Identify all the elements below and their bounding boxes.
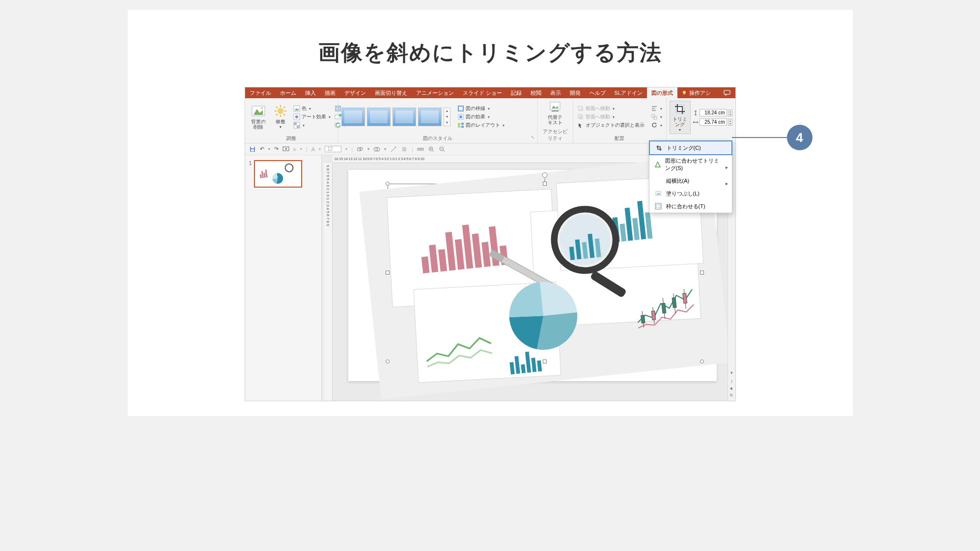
width-field[interactable]: ▴▾	[693, 118, 732, 126]
crop-button[interactable]: トリミング▾	[670, 101, 691, 135]
svg-rect-39	[654, 116, 657, 119]
svg-line-11	[283, 114, 285, 115]
svg-rect-46	[251, 147, 254, 148]
zoom-in-icon[interactable]	[428, 146, 435, 153]
group-button[interactable]	[650, 113, 663, 121]
tab-draw[interactable]: 描画	[320, 87, 340, 98]
fit-icon	[654, 202, 662, 210]
menu-crop[interactable]: トリミング(C)	[649, 140, 732, 155]
width-input[interactable]	[700, 118, 727, 126]
picture-layout-button[interactable]: 図のレイアウト	[456, 121, 505, 129]
selection-list-icon[interactable]	[401, 146, 408, 153]
height-input[interactable]	[700, 109, 727, 116]
style-preset-1[interactable]	[341, 108, 365, 126]
svg-rect-26	[458, 123, 460, 128]
font-color-button[interactable]: A	[311, 146, 315, 152]
shape-merge-icon[interactable]	[373, 146, 380, 153]
tab-insert[interactable]: 挿入	[301, 87, 320, 98]
tell-me-search[interactable]: 操作アシ	[677, 87, 715, 98]
align-button[interactable]	[650, 105, 663, 112]
width-icon	[693, 119, 699, 125]
slide-navigation-icons[interactable]: ⁞♠≡	[728, 376, 735, 401]
selection-pane-button[interactable]: オブジェクトの選択と表示	[576, 121, 648, 129]
svg-rect-32	[578, 106, 582, 110]
bullets-button[interactable]: ≡	[293, 146, 296, 152]
vertical-ruler: 9 8 7 6 5 4 3 2 1 0 1 2 3 4 5 6 7 8 9	[324, 163, 333, 401]
height-spinner[interactable]: ▴▾	[728, 110, 732, 116]
menu-crop-label: トリミング(C)	[667, 144, 701, 152]
eyedropper-icon[interactable]	[390, 146, 397, 153]
menu-fit[interactable]: 枠に合わせる(T)	[649, 200, 732, 213]
slideshow-from-start-icon[interactable]	[282, 146, 289, 153]
svg-rect-19	[297, 125, 300, 128]
resize-handle-tc[interactable]	[543, 182, 547, 186]
svg-rect-27	[461, 123, 464, 125]
comments-button[interactable]	[719, 87, 735, 98]
style-preset-3[interactable]	[392, 108, 416, 126]
tab-sladdins[interactable]: SLアドイン	[610, 87, 647, 98]
resize-handle-ml[interactable]	[386, 271, 390, 275]
picture-border-label: 図の枠線	[466, 105, 485, 112]
font-size-box[interactable]: 12	[325, 146, 341, 152]
alt-text-button[interactable]: 代替テ キスト	[545, 99, 565, 127]
scroll-down-icon[interactable]: ▾	[728, 369, 735, 376]
tab-file[interactable]: ファイル	[245, 87, 276, 98]
send-backward-button[interactable]: 背面へ移動	[576, 113, 648, 121]
menu-crop-to-shape[interactable]: 図形に合わせてトリミング(S)	[649, 155, 732, 174]
tab-review[interactable]: 校閲	[526, 87, 546, 98]
svg-point-25	[459, 115, 462, 118]
style-preset-2[interactable]	[367, 108, 391, 126]
tab-developer[interactable]: 開発	[565, 87, 585, 98]
menu-aspect-ratio[interactable]: 縦横比(A)	[649, 174, 732, 187]
tell-me-label: 操作アシ	[689, 89, 711, 97]
artistic-label: アート効果	[302, 113, 326, 120]
group-icon	[651, 113, 658, 120]
color-label: 色	[302, 105, 307, 112]
crop-menu-icon	[655, 144, 663, 152]
resize-handle-mr[interactable]	[700, 271, 704, 275]
menu-crop-to-shape-label: 図形に合わせてトリミング(S)	[665, 157, 723, 172]
tab-view[interactable]: 表示	[546, 87, 565, 98]
artistic-effects-button[interactable]: アート効果	[292, 113, 332, 121]
remove-background-button[interactable]: 背景の 削除	[248, 102, 269, 132]
alt-text-label: 代替テ キスト	[548, 114, 562, 125]
resize-handle-tl[interactable]	[386, 182, 390, 186]
rotation-handle[interactable]	[542, 172, 547, 178]
picture-effects-button[interactable]: 図の効果	[456, 113, 505, 121]
svg-point-5	[278, 108, 283, 114]
save-icon[interactable]	[249, 146, 256, 153]
zoom-out-icon[interactable]	[439, 146, 446, 153]
tab-picture-format[interactable]: 図の形式	[647, 87, 677, 98]
redo-button[interactable]: ↷	[274, 146, 279, 152]
undo-button[interactable]: ↶	[260, 146, 264, 152]
svg-rect-44	[656, 205, 660, 208]
tab-record[interactable]: 記録	[506, 87, 526, 98]
menu-fill[interactable]: 塗りつぶし(L)	[649, 187, 732, 200]
slide-thumbnail-1[interactable]	[254, 160, 302, 188]
corrections-button[interactable]: 修整▾	[271, 102, 290, 132]
svg-rect-18	[294, 122, 297, 125]
remove-background-label: 背景の 削除	[251, 119, 266, 130]
shapes-icon[interactable]	[357, 146, 364, 153]
group-accessibility: 代替テ キスト アクセシビリティ	[538, 98, 573, 143]
resize-handle-br[interactable]	[700, 359, 704, 363]
tab-help[interactable]: ヘルプ	[585, 87, 610, 98]
effects-icon	[457, 113, 464, 120]
rotate-button[interactable]	[650, 121, 663, 129]
menu-fit-label: 枠に合わせる(T)	[666, 203, 705, 210]
tab-animations[interactable]: アニメーション	[412, 87, 458, 98]
transparency-button[interactable]	[292, 121, 332, 129]
height-field[interactable]: ▴▾	[693, 109, 732, 116]
tab-home[interactable]: ホーム	[276, 87, 301, 98]
resize-handle-bl[interactable]	[386, 359, 390, 363]
tab-slideshow[interactable]: スライド ショー	[458, 87, 506, 98]
tab-transitions[interactable]: 画面切り替え	[370, 87, 412, 98]
ruler-icon[interactable]	[417, 146, 424, 153]
bring-forward-button[interactable]: 前面へ移動	[576, 105, 648, 112]
picture-border-button[interactable]: 図の枠線	[456, 105, 505, 112]
style-gallery-more[interactable]: ▴▾▾	[444, 108, 450, 126]
resize-handle-bc[interactable]	[543, 359, 547, 363]
color-button[interactable]: 色	[292, 105, 332, 112]
tab-design[interactable]: デザイン	[340, 87, 370, 98]
style-preset-4[interactable]	[418, 108, 442, 126]
